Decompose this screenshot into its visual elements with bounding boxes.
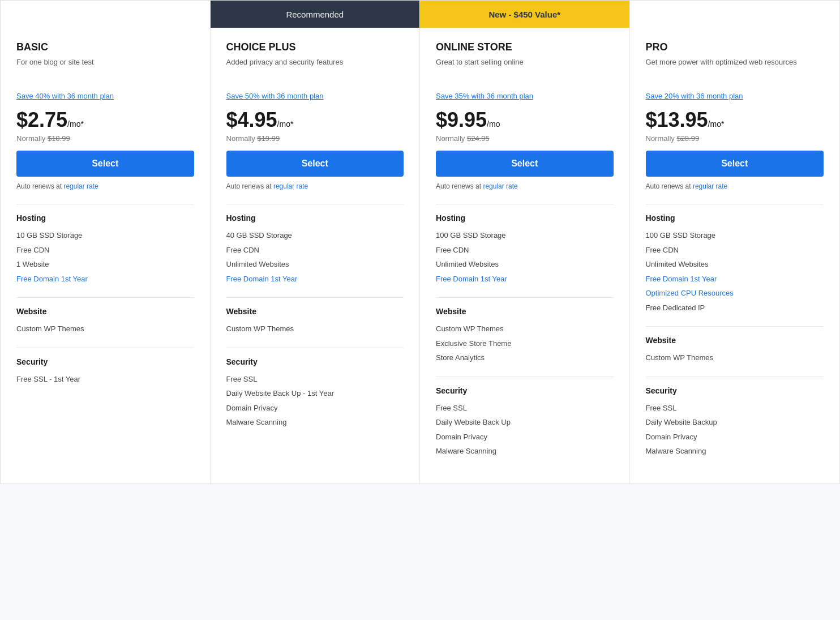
divider-website-online-store bbox=[436, 297, 614, 298]
hosting-feature: Free CDN bbox=[16, 243, 194, 258]
select-button-online-store[interactable]: Select bbox=[436, 151, 614, 177]
regular-rate-link-online-store[interactable]: regular rate bbox=[483, 182, 517, 190]
plan-desc-basic: For one blog or site test bbox=[16, 57, 194, 82]
auto-renew-online-store: Auto renews at regular rate bbox=[436, 182, 614, 190]
security-feature: Malware Scanning bbox=[436, 444, 614, 459]
price-period-online-store: /mo bbox=[487, 119, 500, 129]
hosting-feature: Unlimited Websites bbox=[436, 257, 614, 272]
price-period-pro: /mo* bbox=[708, 119, 725, 129]
plan-content-basic: BASIC For one blog or site test Save 40%… bbox=[1, 28, 210, 411]
plan-badge-basic bbox=[1, 1, 210, 28]
plan-col-choice-plus: Recommended CHOICE PLUS Added privacy an… bbox=[211, 1, 421, 484]
price-whole-basic: $2.75 bbox=[16, 108, 67, 132]
select-button-basic[interactable]: Select bbox=[16, 151, 194, 177]
hosting-feature: Free CDN bbox=[646, 243, 824, 258]
hosting-feature: Unlimited Websites bbox=[646, 257, 824, 272]
regular-rate-link-basic[interactable]: regular rate bbox=[63, 182, 98, 190]
select-button-choice-plus[interactable]: Select bbox=[226, 151, 404, 177]
hosting-title-choice-plus: Hosting bbox=[226, 213, 404, 223]
regular-rate-link-pro[interactable]: regular rate bbox=[693, 182, 727, 190]
price-normal-online-store: Normally $24.95 bbox=[436, 134, 614, 143]
hosting-feature: 1 Website bbox=[16, 257, 194, 272]
select-button-pro[interactable]: Select bbox=[646, 151, 824, 177]
plans-grid: BASIC For one blog or site test Save 40%… bbox=[1, 1, 839, 484]
hosting-feature: Free CDN bbox=[436, 243, 614, 258]
plan-content-choice-plus: CHOICE PLUS Added privacy and security f… bbox=[211, 28, 420, 455]
plan-badge-choice-plus: Recommended bbox=[211, 1, 420, 28]
divider-hosting-online-store bbox=[436, 204, 614, 204]
security-feature: Free SSL bbox=[436, 401, 614, 416]
plan-col-pro: PRO Get more power with optimized web re… bbox=[630, 1, 840, 484]
hosting-feature: 10 GB SSD Storage bbox=[16, 228, 194, 243]
security-feature: Domain Privacy bbox=[646, 430, 824, 444]
regular-rate-link-choice-plus[interactable]: regular rate bbox=[273, 182, 308, 190]
auto-renew-choice-plus: Auto renews at regular rate bbox=[226, 182, 404, 190]
divider-hosting-basic bbox=[16, 204, 194, 204]
security-section-basic: Security Free SSL - 1st Year bbox=[16, 357, 194, 387]
website-feature: Custom WP Themes bbox=[226, 322, 404, 336]
save-link-online-store[interactable]: Save 35% with 36 month plan bbox=[436, 92, 614, 100]
hosting-section-pro: Hosting 100 GB SSD StorageFree CDNUnlimi… bbox=[646, 213, 824, 315]
price-period-choice-plus: /mo* bbox=[277, 119, 294, 129]
website-title-basic: Website bbox=[16, 307, 194, 316]
hosting-feature: Optimized CPU Resources bbox=[646, 286, 824, 301]
security-title-pro: Security bbox=[646, 386, 824, 395]
website-feature: Custom WP Themes bbox=[646, 350, 824, 365]
plan-col-basic: BASIC For one blog or site test Save 40%… bbox=[1, 1, 211, 484]
plan-content-online-store: ONLINE STORE Great to start selling onli… bbox=[420, 28, 629, 484]
plan-badge-pro bbox=[630, 1, 840, 28]
website-section-pro: Website Custom WP Themes bbox=[646, 336, 824, 365]
price-normal-choice-plus: Normally $19.99 bbox=[226, 134, 404, 143]
website-section-online-store: Website Custom WP ThemesExclusive Store … bbox=[436, 307, 614, 365]
hosting-section-online-store: Hosting 100 GB SSD StorageFree CDNUnlimi… bbox=[436, 213, 614, 286]
divider-hosting-pro bbox=[646, 204, 824, 204]
hosting-feature: Free CDN bbox=[226, 243, 404, 258]
security-feature: Free SSL bbox=[646, 401, 824, 416]
security-feature: Malware Scanning bbox=[646, 444, 824, 459]
price-period-basic: /mo* bbox=[67, 119, 84, 129]
plan-name-choice-plus: CHOICE PLUS bbox=[226, 41, 404, 53]
hosting-section-basic: Hosting 10 GB SSD StorageFree CDN1 Websi… bbox=[16, 213, 194, 286]
price-row-basic: $2.75 /mo* bbox=[16, 108, 194, 132]
divider-hosting-choice-plus bbox=[226, 204, 404, 204]
save-link-choice-plus[interactable]: Save 50% with 36 month plan bbox=[226, 92, 404, 100]
security-section-online-store: Security Free SSLDaily Website Back UpDo… bbox=[436, 386, 614, 459]
security-title-choice-plus: Security bbox=[226, 357, 404, 366]
hosting-title-basic: Hosting bbox=[16, 213, 194, 223]
security-feature: Free SSL - 1st Year bbox=[16, 372, 194, 387]
hosting-feature: 40 GB SSD Storage bbox=[226, 228, 404, 243]
website-feature: Store Analytics bbox=[436, 350, 614, 365]
plan-badge-online-store: New - $450 Value* bbox=[420, 1, 629, 28]
security-feature: Daily Website Back Up bbox=[436, 415, 614, 430]
save-link-basic[interactable]: Save 40% with 36 month plan bbox=[16, 92, 194, 100]
price-whole-online-store: $9.95 bbox=[436, 108, 487, 132]
security-feature: Domain Privacy bbox=[226, 401, 404, 416]
security-feature: Daily Website Back Up - 1st Year bbox=[226, 386, 404, 401]
plan-name-online-store: ONLINE STORE bbox=[436, 41, 614, 53]
divider-security-pro bbox=[646, 377, 824, 377]
security-section-choice-plus: Security Free SSLDaily Website Back Up -… bbox=[226, 357, 404, 430]
divider-website-pro bbox=[646, 326, 824, 327]
price-row-pro: $13.95 /mo* bbox=[646, 108, 824, 132]
website-title-choice-plus: Website bbox=[226, 307, 404, 316]
hosting-feature: Free Domain 1st Year bbox=[226, 272, 404, 287]
price-whole-pro: $13.95 bbox=[646, 108, 708, 132]
hosting-feature: Unlimited Websites bbox=[226, 257, 404, 272]
security-section-pro: Security Free SSLDaily Website BackupDom… bbox=[646, 386, 824, 459]
auto-renew-basic: Auto renews at regular rate bbox=[16, 182, 194, 190]
plan-name-basic: BASIC bbox=[16, 41, 194, 53]
price-normal-pro: Normally $28.99 bbox=[646, 134, 824, 143]
website-feature: Exclusive Store Theme bbox=[436, 336, 614, 351]
hosting-section-choice-plus: Hosting 40 GB SSD StorageFree CDNUnlimit… bbox=[226, 213, 404, 286]
price-normal-basic: Normally $10.99 bbox=[16, 134, 194, 143]
divider-security-online-store bbox=[436, 377, 614, 377]
plan-desc-pro: Get more power with optimized web resour… bbox=[646, 57, 824, 82]
security-feature: Domain Privacy bbox=[436, 430, 614, 444]
hosting-title-online-store: Hosting bbox=[436, 213, 614, 223]
plan-content-pro: PRO Get more power with optimized web re… bbox=[630, 28, 840, 484]
save-link-pro[interactable]: Save 20% with 36 month plan bbox=[646, 92, 824, 100]
hosting-feature: 100 GB SSD Storage bbox=[646, 228, 824, 243]
plan-col-online-store: New - $450 Value* ONLINE STORE Great to … bbox=[420, 1, 630, 484]
pricing-table: BASIC For one blog or site test Save 40%… bbox=[0, 0, 840, 484]
divider-security-basic bbox=[16, 348, 194, 348]
